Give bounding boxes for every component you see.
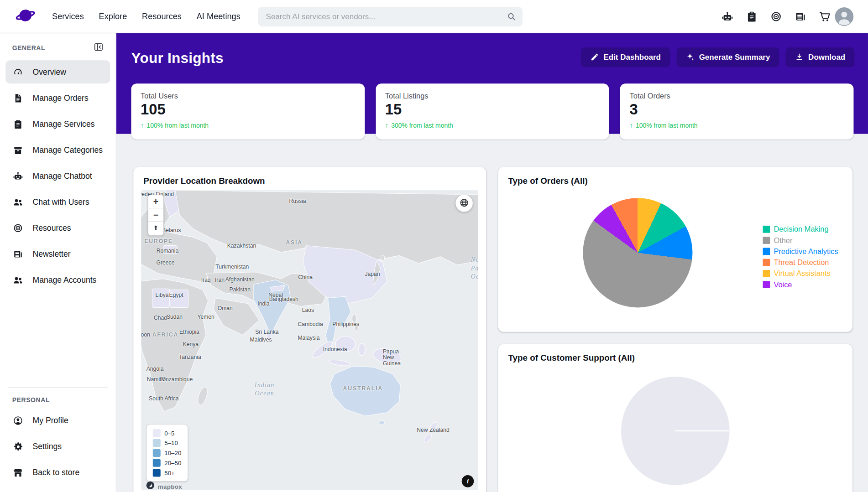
- brand-logo[interactable]: [16, 5, 36, 28]
- avatar[interactable]: [834, 6, 854, 26]
- planet-logo-icon: [16, 5, 36, 28]
- map-zoom-control: + −: [148, 195, 164, 236]
- zoom-out-button[interactable]: −: [148, 208, 163, 222]
- resources-button[interactable]: [770, 10, 782, 22]
- sidebar-general-menu: OverviewManage OrdersManage ServicesMana…: [5, 60, 110, 294]
- pie-legend-item-virtual-assistants: Virtual Assistants: [763, 268, 838, 279]
- pie-legend-item-voice: Voice: [763, 279, 838, 290]
- legend-label: Virtual Assistants: [774, 269, 830, 277]
- target-icon: [770, 10, 782, 22]
- cart-icon: [819, 10, 831, 22]
- charts-column: Type of Orders (All) Decision MakingOthe…: [498, 167, 852, 492]
- box-icon: [12, 145, 23, 155]
- map-globe-button[interactable]: [455, 195, 473, 212]
- map-attribution-text: mapbox: [158, 483, 182, 490]
- legend-swatch: [153, 439, 161, 447]
- stat-card-total-listings: Total Listings15↑300% from last month: [376, 83, 609, 140]
- pie-legend-item-decision-making: Decision Making: [763, 223, 838, 234]
- legend-label: Voice: [774, 280, 792, 288]
- stat-card-total-users: Total Users105↑100% from last month: [131, 83, 364, 140]
- sidebar-item-chat-with-users[interactable]: Chat with Users: [5, 190, 110, 213]
- stat-label: Total Listings: [385, 92, 600, 100]
- legend-label: Threat Detection: [774, 258, 829, 266]
- gear-icon: [12, 441, 23, 451]
- support-chart-card: Type of Customer Support (All): [498, 344, 852, 492]
- chatbot-button[interactable]: [722, 10, 734, 22]
- pie-legend-item-other: Other: [763, 234, 838, 245]
- top-navbar: ServicesExploreResourcesAI Meetings: [0, 0, 868, 33]
- robot-icon: [12, 171, 23, 181]
- map-info-button[interactable]: i: [462, 475, 474, 487]
- generate-summary-button[interactable]: Generate Summary: [677, 47, 779, 66]
- trend-up-icon: ↑: [385, 122, 388, 129]
- sidebar-item-manage-accounts[interactable]: Manage Accounts: [5, 268, 110, 291]
- map-choropleth-legend: 0–55–1010–2020–5050+: [146, 425, 187, 482]
- main-layout: GENERAL OverviewManage OrdersManage Serv…: [0, 33, 868, 492]
- stat-card-total-orders: Total Orders3↑100% from last month: [620, 83, 853, 140]
- legend-swatch: [153, 459, 161, 467]
- legend-swatch: [153, 469, 161, 477]
- sidebar-item-settings[interactable]: Settings: [5, 435, 110, 458]
- sidebar-item-manage-orders[interactable]: Manage Orders: [5, 86, 110, 109]
- dashboard-grid: Provider Location Breakdown: [133, 167, 852, 492]
- map-legend-row: 20–50: [153, 459, 182, 467]
- sidebar: GENERAL OverviewManage OrdersManage Serv…: [0, 33, 116, 492]
- sidebar-item-overview[interactable]: Overview: [5, 60, 110, 83]
- target-icon: [12, 223, 23, 233]
- newsletter-button[interactable]: [795, 10, 807, 22]
- edit-dashboard-button[interactable]: Edit Dashboard: [581, 47, 669, 66]
- world-map[interactable]: + − 0–55–1010–2020–5050+ mapbox i: [141, 190, 478, 490]
- nav-link-services[interactable]: Services: [52, 11, 84, 21]
- sidebar-item-my-profile[interactable]: My Profile: [5, 409, 110, 432]
- map-legend-row: 50+: [153, 469, 182, 477]
- nav-link-ai-meetings[interactable]: AI Meetings: [197, 11, 241, 21]
- map-locate-button[interactable]: [148, 222, 163, 235]
- legend-swatch: [153, 429, 161, 437]
- orders-pie-legend: Decision MakingOtherPredictive Analytics…: [763, 223, 838, 290]
- stats-row: Total Users105↑100% from last monthTotal…: [131, 83, 853, 140]
- header-buttons: Edit DashboardGenerate SummaryDownload: [581, 47, 854, 66]
- search-input[interactable]: [258, 6, 523, 26]
- cart-button[interactable]: [819, 10, 831, 22]
- mapbox-logo-icon: [146, 481, 155, 490]
- sidebar-item-manage-chatbot[interactable]: Manage Chatbot: [5, 164, 110, 187]
- support-pie: [621, 377, 730, 485]
- legend-swatch: [763, 281, 770, 288]
- nav-actions: [722, 10, 831, 22]
- legend-swatch: [763, 269, 770, 277]
- clipboard-icon: [12, 119, 23, 129]
- arrow-up-icon: [152, 223, 160, 233]
- sidebar-divider: [8, 387, 108, 388]
- legend-label: Decision Making: [774, 225, 828, 233]
- nav-links: ServicesExploreResourcesAI Meetings: [52, 11, 241, 21]
- download-icon: [795, 52, 804, 61]
- content-area: Your Insights Edit DashboardGenerate Sum…: [116, 33, 868, 492]
- sidebar-item-resources[interactable]: Resources: [5, 216, 110, 239]
- search-icon[interactable]: [507, 11, 517, 24]
- download-button[interactable]: Download: [786, 47, 854, 66]
- nav-link-resources[interactable]: Resources: [142, 11, 182, 21]
- legend-label: 50+: [164, 470, 175, 476]
- orders-button[interactable]: [746, 10, 758, 22]
- sidebar-item-manage-services[interactable]: Manage Services: [5, 112, 110, 135]
- legend-label: Predictive Analytics: [774, 247, 838, 255]
- zoom-in-button[interactable]: +: [148, 195, 163, 208]
- page-title: Your Insights: [131, 50, 223, 67]
- world-map-graphic: [141, 190, 478, 490]
- user-circle-icon: [12, 415, 23, 425]
- sidebar-item-newsletter[interactable]: Newsletter: [5, 242, 110, 265]
- map-legend-row: 0–5: [153, 429, 182, 437]
- sidebar-collapse-button[interactable]: [94, 42, 104, 53]
- trend-up-icon: ↑: [630, 122, 633, 129]
- sidebar-personal-block: PERSONAL My ProfileSettingsBack to store: [5, 382, 110, 487]
- nav-link-explore[interactable]: Explore: [99, 11, 127, 21]
- legend-swatch: [763, 225, 770, 233]
- legend-swatch: [763, 259, 770, 266]
- robot-icon: [722, 10, 734, 22]
- map-attribution[interactable]: mapbox: [146, 481, 182, 490]
- legend-label: 10–20: [164, 450, 181, 456]
- sidebar-item-back-to-store[interactable]: Back to store: [5, 461, 110, 484]
- edit-icon: [590, 52, 599, 61]
- newspaper-icon: [795, 10, 807, 22]
- sidebar-item-manage-categories[interactable]: Manage Categories: [5, 138, 110, 161]
